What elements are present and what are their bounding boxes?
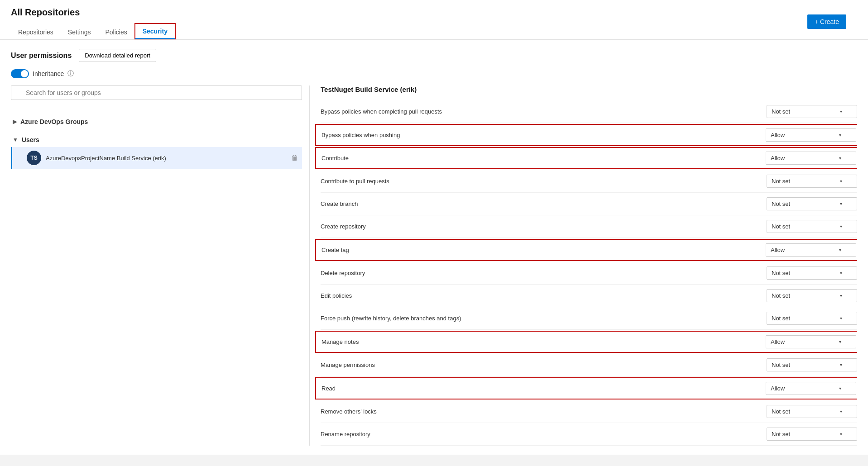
permission-dropdown-contribute-pr: Not set▾ xyxy=(767,175,857,188)
permission-select-create-repo[interactable]: Not set▾ xyxy=(767,220,857,233)
permission-dropdown-create-repo: Not set▾ xyxy=(767,220,857,233)
tab-policies[interactable]: Policies xyxy=(98,25,134,39)
tree-users-label: Users xyxy=(22,136,39,143)
permission-select-read[interactable]: Allow▾ xyxy=(766,382,856,395)
permission-select-manage-permissions[interactable]: Not set▾ xyxy=(767,358,857,371)
dropdown-arrow-icon-delete-repo: ▾ xyxy=(840,271,842,276)
tree-users-header[interactable]: ▼ Users xyxy=(11,133,302,147)
permission-dropdown-edit-policies: Not set▾ xyxy=(767,289,857,302)
permission-dropdown-create-branch: Not set▾ xyxy=(767,197,857,210)
permission-name-manage-notes: Manage notes xyxy=(321,338,766,345)
permission-row-manage-permissions: Manage permissionsNot set▾ xyxy=(321,354,857,376)
permission-select-rename-repo[interactable]: Not set▾ xyxy=(767,428,857,441)
dropdown-arrow-icon-edit-policies: ▾ xyxy=(840,293,842,298)
tree-groups-header[interactable]: ▶ Azure DevOps Groups xyxy=(11,114,302,129)
permission-select-force-push[interactable]: Not set▾ xyxy=(767,312,857,325)
permission-row-edit-policies: Edit policiesNot set▾ xyxy=(321,285,857,307)
permission-dropdown-read: Allow▾ xyxy=(766,382,856,395)
permission-name-contribute-pr: Contribute to pull requests xyxy=(321,178,767,185)
permission-name-contribute: Contribute xyxy=(321,155,766,162)
dropdown-arrow-icon-remove-locks: ▾ xyxy=(840,409,842,414)
inheritance-label: Inheritance xyxy=(33,70,64,77)
inheritance-info-icon[interactable]: ⓘ xyxy=(67,70,74,78)
permission-select-edit-policies[interactable]: Not set▾ xyxy=(767,289,857,302)
dropdown-arrow-icon-create-tag: ▾ xyxy=(839,247,841,252)
tree-groups-label: Azure DevOps Groups xyxy=(20,118,88,125)
permission-name-create-branch: Create branch xyxy=(321,200,767,207)
permission-select-remove-locks[interactable]: Not set▾ xyxy=(767,405,857,418)
section-title: User permissions xyxy=(11,52,72,60)
permission-name-force-push: Force push (rewrite history, delete bran… xyxy=(321,315,767,322)
permission-name-edit-policies: Edit policies xyxy=(321,292,767,299)
right-panel: TestNuget Build Service (erik) Bypass po… xyxy=(310,86,857,446)
permission-dropdown-manage-notes: Allow▾ xyxy=(766,335,856,348)
download-report-button[interactable]: Download detailed report xyxy=(79,49,156,62)
tree-groups-section: ▶ Azure DevOps Groups xyxy=(11,114,302,129)
avatar: TS xyxy=(27,151,41,165)
permission-select-contribute[interactable]: Allow▾ xyxy=(766,152,856,165)
groups-chevron-icon: ▶ xyxy=(13,119,17,125)
tab-security[interactable]: Security xyxy=(134,23,176,39)
permission-name-remove-locks: Remove others' locks xyxy=(321,408,767,415)
permission-select-create-tag[interactable]: Allow▾ xyxy=(766,243,856,257)
permission-row-contribute: ContributeAllow▾ xyxy=(315,147,857,169)
nav-tabs: Repositories Settings Policies Security xyxy=(11,23,857,39)
permission-select-delete-repo[interactable]: Not set▾ xyxy=(767,266,857,280)
search-input[interactable] xyxy=(11,86,302,100)
permission-select-create-branch[interactable]: Not set▾ xyxy=(767,197,857,210)
tab-settings[interactable]: Settings xyxy=(61,25,98,39)
permission-dropdown-rename-repo: Not set▾ xyxy=(767,428,857,441)
permission-row-create-repo: Create repositoryNot set▾ xyxy=(321,215,857,238)
page-title: All Repositories xyxy=(11,7,857,18)
permission-dropdown-force-push: Not set▾ xyxy=(767,312,857,325)
permissions-title: TestNuget Build Service (erik) xyxy=(321,86,857,93)
inheritance-toggle[interactable] xyxy=(11,69,29,78)
left-panel: 🔍 ▶ Azure DevOps Groups ▼ Users xyxy=(11,86,310,446)
dropdown-arrow-icon-read: ▾ xyxy=(839,386,841,391)
permission-dropdown-remove-locks: Not set▾ xyxy=(767,405,857,418)
permission-row-manage-notes: Manage notesAllow▾ xyxy=(315,331,857,353)
permission-name-manage-permissions: Manage permissions xyxy=(321,361,767,368)
tree-user-item[interactable]: TS AzureDevopsProjectName Build Service … xyxy=(11,147,302,169)
dropdown-arrow-icon-manage-notes: ▾ xyxy=(839,339,841,344)
permission-select-contribute-pr[interactable]: Not set▾ xyxy=(767,175,857,188)
tab-repositories[interactable]: Repositories xyxy=(11,25,61,39)
permission-row-bypass-push: Bypass policies when pushingAllow▾ xyxy=(315,124,857,146)
permission-row-delete-repo: Delete repositoryNot set▾ xyxy=(321,262,857,285)
section-header: User permissions Download detailed repor… xyxy=(11,49,857,62)
dropdown-arrow-icon-rename-repo: ▾ xyxy=(840,432,842,437)
permission-row-remove-locks: Remove others' locksNot set▾ xyxy=(321,400,857,423)
split-layout: 🔍 ▶ Azure DevOps Groups ▼ Users xyxy=(11,86,857,446)
inheritance-row: Inheritance ⓘ xyxy=(11,69,857,78)
permission-name-rename-repo: Rename repository xyxy=(321,431,767,437)
create-button[interactable]: + Create xyxy=(807,14,846,29)
permission-dropdown-create-tag: Allow▾ xyxy=(766,243,856,257)
permission-name-bypass-push: Bypass policies when pushing xyxy=(321,132,766,138)
dropdown-arrow-icon-manage-permissions: ▾ xyxy=(840,362,842,367)
tree-user-label: AzureDevopsProjectName Build Service (er… xyxy=(46,155,287,162)
dropdown-arrow-icon-create-branch: ▾ xyxy=(840,201,842,206)
permission-row-contribute-pr: Contribute to pull requestsNot set▾ xyxy=(321,170,857,193)
permission-row-force-push: Force push (rewrite history, delete bran… xyxy=(321,307,857,330)
search-wrapper: 🔍 xyxy=(11,86,302,107)
permission-dropdown-contribute: Allow▾ xyxy=(766,152,856,165)
permission-select-bypass-pull[interactable]: Not set▾ xyxy=(767,105,857,118)
permission-select-manage-notes[interactable]: Allow▾ xyxy=(766,335,856,348)
permissions-list: Bypass policies when completing pull req… xyxy=(321,100,857,446)
permission-row-bypass-pull: Bypass policies when completing pull req… xyxy=(321,100,857,123)
dropdown-arrow-icon-create-repo: ▾ xyxy=(840,224,842,229)
users-chevron-icon: ▼ xyxy=(13,137,18,143)
tree-users-section: ▼ Users TS AzureDevopsProjectName Build … xyxy=(11,133,302,169)
dropdown-arrow-icon-bypass-push: ▾ xyxy=(839,133,841,138)
permission-row-create-branch: Create branchNot set▾ xyxy=(321,193,857,215)
dropdown-arrow-icon-contribute: ▾ xyxy=(839,156,841,161)
delete-user-icon[interactable]: 🗑 xyxy=(291,154,298,162)
dropdown-arrow-icon-bypass-pull: ▾ xyxy=(840,109,842,114)
permission-name-read: Read xyxy=(321,385,766,392)
permission-select-bypass-push[interactable]: Allow▾ xyxy=(766,128,856,142)
permission-dropdown-bypass-pull: Not set▾ xyxy=(767,105,857,118)
permission-dropdown-bypass-push: Allow▾ xyxy=(766,128,856,142)
permission-name-create-repo: Create repository xyxy=(321,223,767,230)
permission-dropdown-manage-permissions: Not set▾ xyxy=(767,358,857,371)
permission-name-create-tag: Create tag xyxy=(321,247,766,253)
